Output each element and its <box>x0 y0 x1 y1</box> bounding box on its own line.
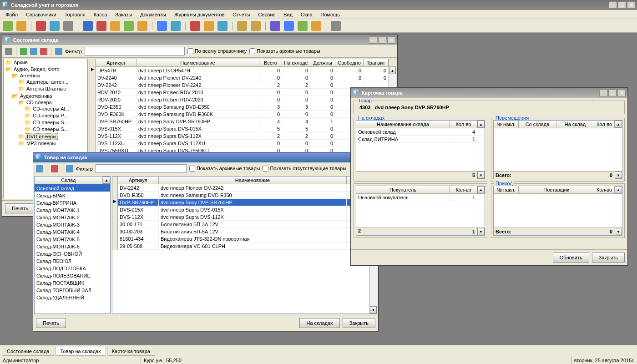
card-buyers-grid[interactable]: ПокупательКол-во▲ Основной покупатель1 2… <box>356 186 485 236</box>
stock-print-button[interactable]: Печать <box>5 203 35 213</box>
goods-col-header[interactable]: Артикул <box>118 177 159 184</box>
card-maximize-button[interactable]: □ <box>608 89 617 96</box>
toolbar-icon-0[interactable] <box>3 21 13 31</box>
card-close-button-footer[interactable]: Закрыть <box>592 253 625 263</box>
minimize-button[interactable]: ─ <box>609 1 617 9</box>
stock-minimize-button[interactable]: ─ <box>369 36 377 44</box>
toolbar-icon-19[interactable] <box>298 21 308 31</box>
card-stock-row[interactable]: Основной склад4 <box>356 128 485 136</box>
menu-Документы[interactable]: Документы <box>136 11 170 18</box>
warehouse-item[interactable]: Склад-ПОСТАВЩИК <box>35 279 110 286</box>
mdi-tab[interactable]: Товар на складах <box>55 347 106 356</box>
scroll-down-icon[interactable]: ▼ <box>477 172 485 179</box>
stock-titlebar[interactable]: 🧊 Состояние склада ─ □ ✕ <box>2 35 397 45</box>
tree-node[interactable]: Адаптеры антен... <box>18 79 87 86</box>
goods-row[interactable]: DVS-015Xdvd плеер Supra DVS-015X5 <box>112 206 369 213</box>
goods-row[interactable]: 30-00-171Блок питания БП-3А 12V1 <box>112 221 369 228</box>
toolbar-icon-1[interactable] <box>16 21 26 31</box>
menu-Отчеты[interactable]: Отчеты <box>229 11 253 18</box>
card-refresh-button[interactable]: Обновить <box>553 253 589 263</box>
toolbar-icon-13[interactable] <box>204 21 214 31</box>
stock-delete-icon[interactable] <box>40 48 47 55</box>
tree-node[interactable]: CD-плееры P... <box>25 112 87 119</box>
stock-close-button[interactable]: ✕ <box>387 36 395 44</box>
warehouse-item[interactable]: Склад-ПОДГОТОВКА <box>35 264 110 272</box>
tree-node[interactable]: CD плеераCD-плееры Al...CD-плееры P...CD… <box>18 99 87 133</box>
toolbar-icon-17[interactable] <box>270 21 280 31</box>
warehouse-item[interactable]: Склад-ОСНОВНОЙ <box>35 250 110 257</box>
warehouse-item[interactable]: Склад-МОНТАЖ-5 <box>35 235 110 243</box>
toolbar-icon-9[interactable] <box>137 21 147 31</box>
tree-node[interactable]: Аудио, Видео, ФотоАнтенныАдаптеры антен.… <box>5 66 87 148</box>
stock-chk-all[interactable] <box>187 48 193 54</box>
toolbar-icon-12[interactable] <box>190 21 200 31</box>
goods-edit-icon[interactable] <box>36 165 43 172</box>
toolbar-icon-10[interactable] <box>157 21 167 31</box>
stock-row[interactable]: DVS-015Xdvd плеер Supra DVS-015X550 <box>90 125 389 132</box>
goods-chk-miss-label[interactable]: Показать отсутствующие товары <box>263 166 346 172</box>
stock-maximize-button[interactable]: □ <box>378 36 386 44</box>
card-close-button[interactable]: ✕ <box>617 89 626 96</box>
goods-titlebar[interactable]: 🧊 Товар на складах ─ □ ✕ <box>33 152 378 162</box>
menu-Файл[interactable]: Файл <box>2 11 21 18</box>
stock-col-header[interactable]: Свободно <box>335 59 364 66</box>
toolbar-icon-11[interactable] <box>171 21 181 31</box>
card-stock-grid[interactable]: Наименование складаКол-во▲ Основной скла… <box>356 120 485 179</box>
goods-row[interactable]: 29-05-588Видеокамера VC-601 CLPH1 <box>112 243 369 250</box>
goods-onstock-button[interactable]: На складах <box>299 318 339 328</box>
warehouse-item[interactable]: Склад-ВИТРИНА <box>35 199 110 206</box>
warehouse-item[interactable]: Склад-ПОЛЬЗОВАНИЕ <box>35 272 110 279</box>
close-button[interactable]: ✕ <box>627 1 635 9</box>
scroll-down-icon[interactable]: ▼ <box>477 228 485 235</box>
stock-row[interactable]: ▶DP547Hdvd плеер LG DP547H00000 <box>90 67 389 74</box>
mdi-tab[interactable]: Карточка товара <box>107 347 155 356</box>
goods-row[interactable]: DV-2242dvd плеер Pioneer DV-22422 <box>112 184 369 192</box>
toolbar-icon-5[interactable] <box>83 21 93 31</box>
warehouse-item[interactable]: Основной склад <box>35 184 110 192</box>
stock-col-header[interactable]: На складе <box>282 59 310 66</box>
menu-Сервис[interactable]: Сервис <box>254 11 279 18</box>
warehouse-item[interactable]: Склад-МОНТАЖ-4 <box>35 228 110 235</box>
toolbar-icon-7[interactable] <box>110 21 120 31</box>
stock-col-header[interactable]: Артикул <box>96 59 136 66</box>
toolbar-icon-4[interactable] <box>63 21 73 31</box>
tree-node[interactable]: CD-плееры S... <box>25 126 87 133</box>
tree-node[interactable]: MP3 плееры <box>18 140 87 147</box>
tree-node[interactable]: Антены Штатные <box>18 86 87 92</box>
toolbar-icon-14[interactable] <box>217 21 228 31</box>
tree-node[interactable]: Архив <box>5 59 87 66</box>
stock-row[interactable]: DVP-SR760HPdvd плеер Sony DVP-SR760HP441 <box>90 118 389 125</box>
warehouse-item[interactable]: Склад-УДАЛЕННЫЙ <box>35 293 110 301</box>
maximize-button[interactable]: □ <box>618 1 626 9</box>
toolbar-icon-21[interactable] <box>331 21 341 31</box>
stock-filter-input[interactable] <box>85 47 185 56</box>
stock-chk-arch[interactable] <box>249 48 255 54</box>
tree-node[interactable]: DVD плееры <box>18 133 87 140</box>
goods-row[interactable]: 30-00-203Блок питания БП-5А 12V1 <box>112 228 369 235</box>
toolbar-icon-3[interactable] <box>50 21 60 31</box>
goods-refresh-icon[interactable] <box>66 165 73 172</box>
warehouse-item[interactable]: Склад-ПБОЮЛ <box>35 257 110 264</box>
toolbar-icon-18[interactable] <box>284 21 294 31</box>
goods-grid[interactable]: АртикулНаименованиеВсего DV-2242dvd плее… <box>112 176 377 314</box>
menu-Журналы документов[interactable]: Журналы документов <box>171 11 228 18</box>
card-minimize-button[interactable]: ─ <box>599 89 607 96</box>
goods-print-button[interactable]: Печать <box>36 318 66 328</box>
toolbar-icon-20[interactable] <box>311 21 321 31</box>
menu-Помощь[interactable]: Помощь <box>317 11 344 18</box>
toolbar-icon-2[interactable] <box>36 21 46 31</box>
menu-Торговля[interactable]: Торговля <box>61 11 89 18</box>
wh-scroll-up-icon[interactable]: ▲ <box>103 177 110 184</box>
card-buyer-row[interactable]: Основной покупатель1 <box>356 194 485 201</box>
toolbar-icon-8[interactable] <box>124 21 134 31</box>
card-stock-row[interactable]: Склад-ВИТРИНА1 <box>356 136 485 143</box>
stock-row[interactable]: DV-2242dvd плеер Pioneer DV-2242220 <box>90 81 389 89</box>
stock-col-header[interactable]: Транзит <box>364 59 389 66</box>
scroll-down-icon[interactable]: ▼ <box>615 228 622 235</box>
menu-Заказы[interactable]: Заказы <box>111 11 136 18</box>
tree-node[interactable]: АнтенныАдаптеры антен...Антены Штатные <box>12 72 87 93</box>
stock-add-icon[interactable] <box>20 48 27 55</box>
goods-chk-miss[interactable] <box>263 166 268 172</box>
menu-Справочники[interactable]: Справочники <box>22 11 60 18</box>
stock-tool-icon[interactable] <box>5 48 12 55</box>
